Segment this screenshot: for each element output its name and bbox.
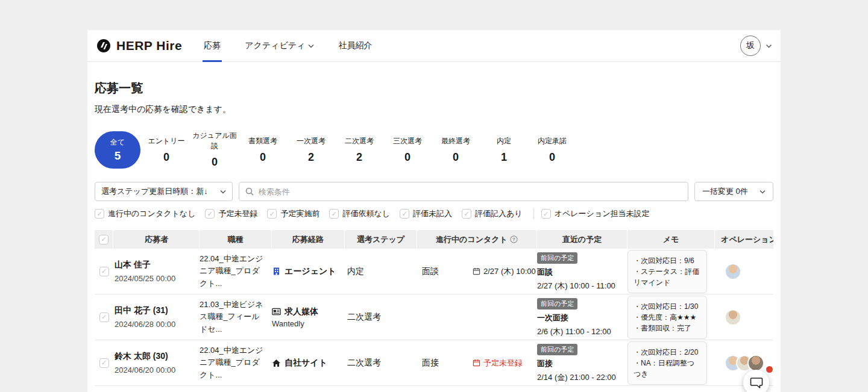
- checkbox[interactable]: [400, 209, 409, 219]
- nav-tab-referrals[interactable]: 社員紹介: [337, 30, 373, 62]
- stage-count: 0: [528, 151, 576, 164]
- divider: [533, 208, 534, 219]
- search-box: [239, 182, 688, 201]
- column-header-ops[interactable]: オペレーション担当: [715, 230, 773, 249]
- filter-checkbox-no-schedule[interactable]: 予定未登録: [205, 208, 257, 219]
- user-avatar[interactable]: 坂: [740, 36, 761, 56]
- stage-tab-all[interactable]: 全て 5: [95, 131, 140, 169]
- checkbox[interactable]: [95, 209, 104, 219]
- select-all-checkbox[interactable]: [99, 235, 108, 244]
- ops-avatars: [715, 309, 773, 326]
- applicant-date: 2024/05/25 00:00: [115, 274, 200, 283]
- notification-dot: [766, 366, 773, 373]
- memo-box[interactable]: ・次回対応日：9/6 ・ステータス：評価リマインド: [627, 250, 707, 293]
- stage-count: 0: [142, 151, 190, 164]
- column-header-memo[interactable]: メモ: [627, 230, 715, 249]
- prev-event-badge: 前回の予定: [537, 252, 577, 264]
- selection-step: 二次選考: [347, 358, 381, 367]
- user-menu[interactable]: 坂: [740, 36, 772, 56]
- memo-box[interactable]: ・次回対応日：1/30 ・優先度：高★★★ ・書類回収：完了: [627, 296, 707, 339]
- stage-count: 0: [383, 151, 432, 164]
- stage-tab-third[interactable]: 三次選考 0: [383, 136, 432, 164]
- filter-checkbox-ops-unassigned[interactable]: オペレーション担当未設定: [541, 208, 650, 219]
- job-title: 22.04_中途エンジニア職種_プロダクト...: [200, 344, 272, 381]
- stage-label: 書類選考: [239, 136, 287, 146]
- checkbox[interactable]: [541, 209, 551, 219]
- bulk-change-dropdown[interactable]: 一括変更 0件: [694, 182, 773, 201]
- applicant-date: 2024/06/20 00:00: [115, 366, 200, 375]
- brand-name: HERP Hire: [116, 39, 182, 53]
- brand-logo[interactable]: HERP Hire: [96, 38, 182, 54]
- table-row[interactable]: 山本 佳子 2024/05/25 00:00 22.04_中途エンジニア職種_プ…: [95, 249, 773, 294]
- filter-checkbox-no-eval-request[interactable]: 評価依頼なし: [329, 208, 390, 219]
- filter-checkbox-no-contact[interactable]: 進行中のコンタクトなし: [95, 208, 195, 219]
- applicant-name[interactable]: 鈴木 太郎 (30): [115, 351, 200, 362]
- row-checkbox[interactable]: [99, 267, 109, 276]
- applicant-name[interactable]: 山本 佳子: [115, 260, 200, 270]
- stage-tab-accepted[interactable]: 内定承諾 0: [528, 136, 576, 164]
- main-nav: 応募 アクティビティ 社員紹介: [203, 30, 395, 62]
- ops-avatars: [715, 355, 773, 372]
- applicant-name[interactable]: 田中 花子 (31): [115, 305, 200, 316]
- nav-tab-label: アクティビティ: [245, 40, 305, 51]
- nav-tab-activity[interactable]: アクティビティ: [244, 30, 315, 62]
- filter-checkbox-row: 進行中のコンタクトなし 予定未登録 予定実施前 評価依頼なし 評価未記入 評価記…: [95, 208, 773, 219]
- filter-checkbox-label: 評価依頼なし: [342, 208, 390, 219]
- stage-tab-screening[interactable]: 書類選考 0: [239, 136, 287, 164]
- stage-label: カジュアル面談: [190, 131, 239, 151]
- column-header-label: 進行中のコンタクト: [436, 234, 508, 245]
- column-header-job[interactable]: 職種: [200, 230, 272, 249]
- herp-logo-icon: [96, 38, 112, 54]
- search-input[interactable]: [259, 187, 682, 196]
- nav-tab-applications[interactable]: 応募: [203, 30, 222, 62]
- stage-label: 全て: [110, 137, 125, 148]
- help-icon[interactable]: ?: [510, 235, 518, 243]
- svg-text:?: ?: [512, 237, 515, 242]
- row-checkbox[interactable]: [99, 313, 109, 322]
- avatar[interactable]: [725, 309, 741, 326]
- avatar[interactable]: [725, 263, 741, 280]
- stage-tab-second[interactable]: 二次選考 2: [335, 136, 383, 164]
- table-row[interactable]: 黒岩 綾子 (28) 32.01_業務委託_採... 自社サイト 一次選考: [95, 386, 773, 392]
- stage-label: 一次選考: [287, 136, 335, 146]
- memo-box[interactable]: ・次回対応日：2/20 ・NA：日程調整つつき: [627, 341, 707, 385]
- job-media-icon: [272, 308, 281, 316]
- stage-tab-casual[interactable]: カジュアル面談 0: [190, 131, 239, 169]
- house-icon: [272, 359, 281, 367]
- stage-tab-first[interactable]: 一次選考 2: [287, 136, 335, 164]
- page-title: 応募一覧: [95, 80, 773, 96]
- sort-dropdown[interactable]: 選考ステップ更新日時順：新↓: [95, 182, 233, 201]
- checkbox[interactable]: [462, 209, 471, 219]
- column-header-step[interactable]: 選考ステップ: [345, 230, 417, 249]
- selection-step: 内定: [347, 266, 364, 276]
- prev-event-time: 2/27 (木) 10:00 - 11:00: [537, 281, 627, 291]
- table-row[interactable]: 田中 花子 (31) 2024/06/28 00:00 21.03_中途ビジネス…: [95, 294, 773, 340]
- column-header-contact[interactable]: 進行中のコンタクト ?: [417, 230, 537, 249]
- filter-checkbox-label: 予定実施前: [280, 208, 319, 219]
- stage-label: 内定: [480, 136, 528, 146]
- table-row[interactable]: 鈴木 太郎 (30) 2024/06/20 00:00 22.04_中途エンジニ…: [95, 340, 773, 386]
- stage-tab-entry[interactable]: エントリー 0: [142, 136, 190, 164]
- checkbox[interactable]: [329, 209, 339, 219]
- filter-checkbox-eval-unfilled[interactable]: 評価未記入: [400, 208, 452, 219]
- stage-label: 二次選考: [335, 136, 383, 146]
- chat-widget-button[interactable]: [743, 370, 769, 392]
- filter-checkbox-eval-filled[interactable]: 評価記入あり: [462, 208, 523, 219]
- applicants-table: 応募者 職種 応募経路 選考ステップ 進行中のコンタクト ? 直近の予定 メモ …: [95, 230, 773, 392]
- column-header-next[interactable]: 直近の予定: [537, 230, 627, 249]
- filter-checkbox-before-schedule[interactable]: 予定実施前: [267, 208, 319, 219]
- checkbox[interactable]: [267, 209, 277, 219]
- channel-name: エージェント: [285, 266, 336, 277]
- filter-checkbox-label: 評価記入あり: [475, 208, 523, 219]
- search-icon: [245, 187, 254, 196]
- stage-tab-final[interactable]: 最終選考 0: [432, 136, 480, 164]
- column-header-applicant[interactable]: 応募者: [113, 230, 200, 249]
- contact-schedule-text: 2/27 (木) 10:00: [483, 266, 536, 277]
- column-header-channel[interactable]: 応募経路: [272, 230, 345, 249]
- stage-count: 0: [190, 156, 239, 169]
- sort-dropdown-label: 選考ステップ更新日時順：新↓: [101, 186, 208, 197]
- stage-tab-offer[interactable]: 内定 1: [480, 136, 528, 164]
- checkbox[interactable]: [205, 209, 215, 219]
- row-checkbox[interactable]: [99, 358, 109, 368]
- avatar[interactable]: [747, 355, 764, 372]
